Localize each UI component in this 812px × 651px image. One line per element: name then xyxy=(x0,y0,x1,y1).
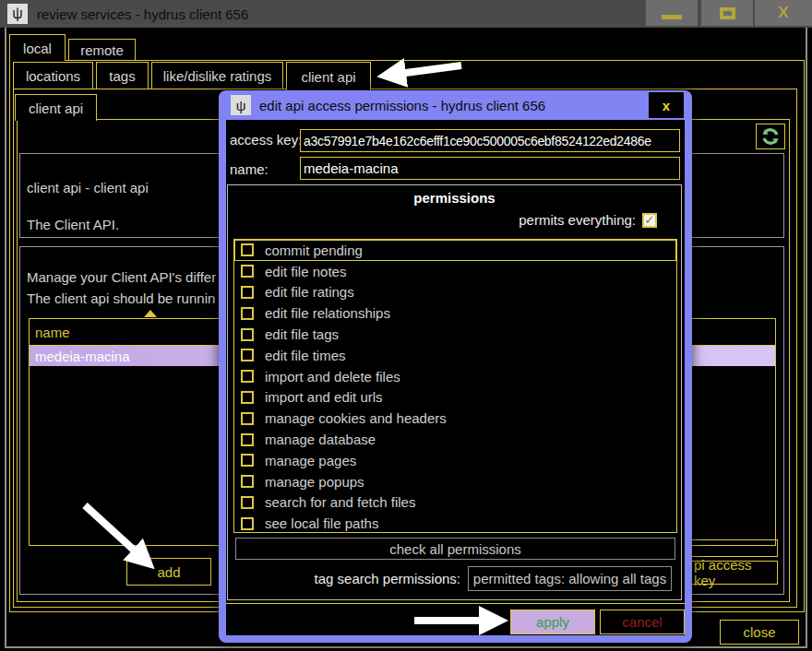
checkbox-icon[interactable] xyxy=(241,328,254,341)
checkbox-icon[interactable] xyxy=(241,517,254,530)
permits-everything-label: permits everything: xyxy=(519,212,636,228)
checkbox-icon[interactable] xyxy=(241,433,254,446)
manage-line2-text: The client api should be runnin xyxy=(27,290,215,306)
permission-item[interactable]: edit file ratings xyxy=(234,282,676,303)
permission-item[interactable]: import and delete files xyxy=(234,366,676,387)
apply-button[interactable]: apply xyxy=(510,610,595,634)
permission-label: edit file times xyxy=(265,348,346,363)
checkbox-icon[interactable] xyxy=(241,370,254,383)
permission-label: manage database xyxy=(265,432,376,447)
permission-item[interactable]: see local file paths xyxy=(234,513,676,534)
permission-label: edit file tags xyxy=(265,326,339,342)
service-title-text: client api - client api xyxy=(27,180,149,195)
permission-label: edit file ratings xyxy=(265,284,354,300)
hydrus-logo-icon: ψ xyxy=(231,95,251,115)
cancel-button[interactable]: cancel xyxy=(600,610,685,634)
checkbox-icon[interactable] xyxy=(241,243,254,256)
sort-ascending-icon xyxy=(144,310,157,317)
permission-label: edit file notes xyxy=(265,264,346,279)
permission-label: edit file relationships xyxy=(265,305,390,321)
checkbox-icon[interactable] xyxy=(241,307,254,320)
dialog-titlebar: ψ edit api access permissions - hydrus c… xyxy=(219,90,692,120)
access-key-input[interactable]: a3c57991e7b4e162c6efff1ce90c500005c6ebf8… xyxy=(300,129,680,152)
checkbox-icon[interactable] xyxy=(241,454,254,467)
api-access-key-button[interactable]: pi access key xyxy=(687,561,778,585)
tag-search-permissions-dropdown[interactable]: permitted tags: allowing all tags xyxy=(468,566,672,591)
permission-item[interactable]: commit pending xyxy=(234,240,676,261)
permission-item[interactable]: manage pages xyxy=(234,450,676,471)
permission-label: search for and fetch files xyxy=(265,494,415,510)
tab-remote[interactable]: remote xyxy=(68,39,136,61)
maximize-button[interactable] xyxy=(701,0,753,26)
checkbox-icon[interactable] xyxy=(241,496,254,509)
dialog-close-button[interactable]: x xyxy=(649,92,684,118)
permission-item[interactable]: manage cookies and headers xyxy=(234,408,676,429)
permissions-title: permissions xyxy=(228,190,681,206)
checkbox-icon[interactable] xyxy=(241,349,254,361)
name-input[interactable]: medeia-macina xyxy=(300,157,680,180)
tab-client-api-service[interactable]: client api xyxy=(15,94,97,121)
permission-label: manage cookies and headers xyxy=(265,410,447,426)
name-label: name: xyxy=(230,161,269,177)
permissions-list: commit pending edit file notes edit file… xyxy=(233,239,677,533)
checkbox-icon[interactable] xyxy=(241,286,254,299)
permits-everything-checkbox[interactable] xyxy=(642,213,657,228)
manage-line1-text: Manage your Client API's differ xyxy=(27,269,216,285)
permission-label: see local file paths xyxy=(265,515,378,531)
permission-label: import and edit urls xyxy=(265,389,383,405)
minimize-button[interactable] xyxy=(646,0,698,26)
tab-like-dislike-ratings[interactable]: like/dislike ratings xyxy=(151,62,283,89)
checkbox-icon[interactable] xyxy=(241,391,254,404)
permission-label: commit pending xyxy=(265,243,363,258)
window-close-button[interactable]: X xyxy=(755,0,812,26)
tab-client-api[interactable]: client api xyxy=(286,62,371,90)
checkbox-icon[interactable] xyxy=(241,265,254,278)
tag-search-permissions-label: tag search permissions: xyxy=(315,571,460,586)
check-all-permissions-button[interactable]: check all permissions xyxy=(235,538,675,560)
refresh-button[interactable] xyxy=(756,124,785,149)
permission-label: manage pages xyxy=(265,453,356,468)
access-key-label: access key: xyxy=(230,132,302,148)
close-icon: X xyxy=(778,4,788,22)
permission-item[interactable]: manage database xyxy=(234,429,676,450)
maximize-icon xyxy=(720,7,735,19)
checkbox-icon[interactable] xyxy=(241,475,254,488)
dialog-content: access key: a3c57991e7b4e162c6efff1ce90c… xyxy=(226,120,685,635)
permissions-groupbox: permissions permits everything: commit p… xyxy=(227,184,682,600)
close-button[interactable]: close xyxy=(720,620,799,645)
tab-tags[interactable]: tags xyxy=(96,62,149,89)
permission-item[interactable]: edit file times xyxy=(234,345,676,366)
permission-item[interactable]: search for and fetch files xyxy=(234,492,676,514)
edit-api-permissions-dialog: ψ edit api access permissions - hydrus c… xyxy=(219,90,692,643)
minimize-icon xyxy=(662,15,682,19)
dialog-title: edit api access permissions - hydrus cli… xyxy=(259,98,545,113)
tab-locations[interactable]: locations xyxy=(13,62,93,89)
dialog-separator xyxy=(226,603,685,604)
add-button[interactable]: add xyxy=(126,558,211,586)
permission-item[interactable]: import and edit urls xyxy=(234,387,676,408)
application-root: ψ review services - hydrus client 656 X … xyxy=(0,0,812,651)
tab-local[interactable]: local xyxy=(9,34,66,61)
service-description-text: The Client API. xyxy=(27,217,119,232)
permission-item[interactable]: edit file relationships xyxy=(234,302,676,324)
permission-item[interactable]: edit file tags xyxy=(234,324,676,345)
refresh-icon xyxy=(760,126,781,147)
permission-label: import and delete files xyxy=(265,369,400,385)
hydrus-logo-icon: ψ xyxy=(7,4,28,24)
permission-item[interactable]: edit file notes xyxy=(234,261,676,282)
window-title: review services - hydrus client 656 xyxy=(37,6,248,22)
partial-button-box[interactable] xyxy=(687,539,778,557)
permission-item[interactable]: manage popups xyxy=(234,471,676,492)
checkbox-icon[interactable] xyxy=(241,412,254,425)
permission-label: manage popups xyxy=(265,474,364,490)
